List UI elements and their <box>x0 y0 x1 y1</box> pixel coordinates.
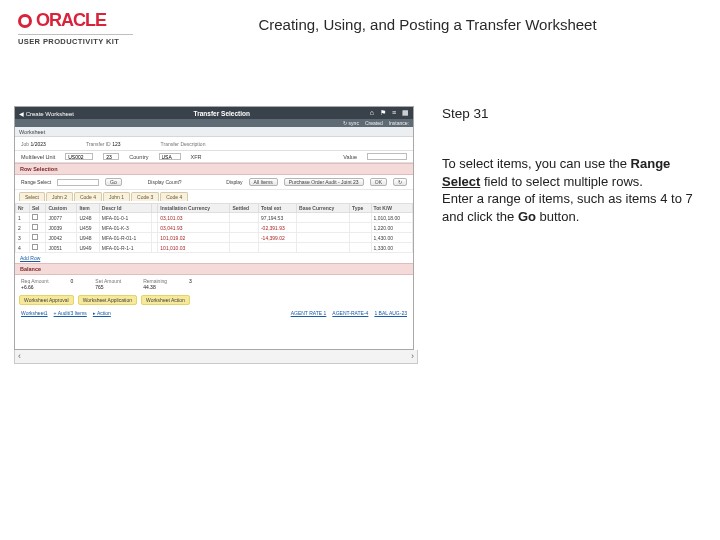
footer-agent-2: AGENT-RATE-4 <box>332 310 368 316</box>
footer-links: Worksheet1 + Audit/3 Items ▸ Action AGEN… <box>15 307 413 319</box>
row-selection-bar: Range Select Go Display Count? Display A… <box>15 175 413 190</box>
col-totkw[interactable]: Tot K/W <box>371 204 412 213</box>
subbar-instance: Instance: <box>389 120 409 126</box>
req-amount-value: +6.66 <box>21 284 49 290</box>
link-audit-items[interactable]: + Audit/3 Items <box>54 310 87 316</box>
range-select-input[interactable] <box>57 179 99 186</box>
value-label: Value <box>343 154 357 160</box>
tab-6[interactable]: Code 4 <box>160 192 188 201</box>
home-icon[interactable]: ⌂ <box>370 109 374 117</box>
display-count-label: Display Count? <box>148 179 182 185</box>
row-checkbox[interactable] <box>32 244 38 250</box>
col-blank <box>151 204 158 213</box>
table-row[interactable]: 4 J0051 U949 MFA-01-R-1-1 101,010.03 1,3… <box>16 243 413 253</box>
balance-title: Balance <box>15 263 413 275</box>
brand-block: ORACLE USER PRODUCTIVITY KIT <box>18 10 133 46</box>
link-worksheet1[interactable]: Worksheet1 <box>21 310 48 316</box>
grid-icon[interactable]: ▦ <box>402 109 409 117</box>
footer-bal: 1 BAL AUG-23 <box>374 310 407 316</box>
tab-4[interactable]: John 1 <box>103 192 130 201</box>
totals-row: Req Amount+6.66 0 Set Amount765 Remainin… <box>15 275 413 293</box>
flag-icon[interactable]: ⚑ <box>380 109 386 117</box>
info-row-2: Multilevel Unit Country XFR Value <box>15 151 413 163</box>
back-link[interactable]: ◀ Create Worksheet <box>19 110 74 117</box>
screen-title: Transfer Selection <box>194 110 250 117</box>
worksheet-approval-button[interactable]: Worksheet Approval <box>19 295 74 305</box>
transfer-id-label: Transfer ID <box>86 141 111 147</box>
col-nr[interactable]: Nr <box>16 204 30 213</box>
tab-1[interactable]: Select <box>19 192 45 201</box>
subbar-created: Created <box>365 120 383 126</box>
tab-strip: Select John 2 Code 4 John 1 Code 3 Code … <box>15 190 413 203</box>
oracle-logo: ORACLE <box>18 10 106 31</box>
add-row-link[interactable]: Add Row <box>20 255 40 261</box>
country-input[interactable] <box>159 153 181 160</box>
col-settled[interactable]: Settled <box>230 204 259 213</box>
data-grid: Nr Sel Custom Item Descr Id Installation… <box>15 203 413 253</box>
count-value: 3 <box>189 278 192 284</box>
col-custom[interactable]: Custom <box>46 204 77 213</box>
mu-input-1[interactable] <box>65 153 93 160</box>
breadcrumb-item[interactable]: Worksheet <box>19 129 45 135</box>
col-descr[interactable]: Descr Id <box>99 204 151 213</box>
scroll-right-icon[interactable]: › <box>411 352 414 361</box>
go-button[interactable]: Go <box>105 178 122 186</box>
tab-2[interactable]: John 2 <box>46 192 73 201</box>
value-input[interactable] <box>367 153 407 160</box>
screenshot-panel: ◀ Create Worksheet Transfer Selection ⌂ … <box>14 106 414 350</box>
col-type[interactable]: Type <box>350 204 371 213</box>
row-selection-title: Row Selection <box>15 163 413 175</box>
add-row-area: Add Row <box>15 253 413 263</box>
mu-input-2[interactable] <box>103 153 119 160</box>
items-count: 0 <box>71 278 74 284</box>
refresh-button[interactable]: ↻ <box>393 178 407 186</box>
col-totext[interactable]: Total ext <box>258 204 296 213</box>
oracle-wordmark: ORACLE <box>36 10 106 31</box>
set-amount-value: 765 <box>95 284 121 290</box>
row-checkbox[interactable] <box>32 224 38 230</box>
country-label: Country <box>129 154 148 160</box>
display-dropdown[interactable]: All Items <box>249 178 278 186</box>
row-checkbox[interactable] <box>32 214 38 220</box>
col-sel[interactable]: Sel <box>29 204 45 213</box>
upk-subbrand: USER PRODUCTIVITY KIT <box>18 34 133 46</box>
footer-agent-1: AGENT RATE 1 <box>291 310 327 316</box>
tab-5[interactable]: Code 3 <box>131 192 159 201</box>
col-inst-curr[interactable]: Installation Currency <box>158 204 230 213</box>
row-checkbox[interactable] <box>32 234 38 240</box>
col-item[interactable]: Item <box>77 204 99 213</box>
page-title: Creating, Using, and Posting a Transfer … <box>133 10 702 33</box>
table-row[interactable]: 2 J0039 U459 MFA-01-K-3 03,041.93 -02,39… <box>16 223 413 233</box>
info-row-1: Job 1/2023 Transfer ID 123 Transfer Desc… <box>15 137 413 151</box>
worksheet-action-button[interactable]: Worksheet Action <box>141 295 190 305</box>
range-select-label: Range Select <box>21 179 51 185</box>
remaining-value: 44.38 <box>143 284 167 290</box>
worksheet-application-button[interactable]: Worksheet Application <box>78 295 137 305</box>
link-action[interactable]: ▸ Action <box>93 310 111 316</box>
instruction-text: To select items, you can use the Range S… <box>442 155 706 225</box>
scroll-left-icon[interactable]: ‹ <box>18 352 21 361</box>
menu-icon[interactable]: ≡ <box>392 109 396 117</box>
transfer-desc-label: Transfer Description <box>161 141 206 147</box>
job-label: Job <box>21 141 29 147</box>
mu-label: Multilevel Unit <box>21 154 55 160</box>
app-topbar: ◀ Create Worksheet Transfer Selection ⌂ … <box>15 107 413 119</box>
app-subbar: ↻ sync Created Instance: <box>15 119 413 127</box>
breadcrumb: Worksheet <box>15 127 413 137</box>
horizontal-scrollbar[interactable]: ‹ › <box>14 350 418 364</box>
table-row[interactable]: 1 J0077 U248 MFA-01-0-1 03,101.03 97,194… <box>16 213 413 223</box>
xfr-text: XFR <box>191 154 202 160</box>
subbar-sync[interactable]: ↻ sync <box>343 120 359 126</box>
step-label: Step 31 <box>442 106 706 121</box>
tab-3[interactable]: Code 4 <box>74 192 102 201</box>
transfer-id-value: 123 <box>112 141 120 147</box>
grid-header-row: Nr Sel Custom Item Descr Id Installation… <box>16 204 413 213</box>
action-buttons-row: Worksheet Approval Worksheet Application… <box>15 293 413 307</box>
oracle-dot-icon <box>18 14 32 28</box>
display-label: Display <box>226 179 242 185</box>
job-value: 1/2023 <box>31 141 46 147</box>
col-base-curr[interactable]: Base Currency <box>297 204 350 213</box>
audit-dropdown[interactable]: Purchase Order Audit - Joint 23 <box>284 178 364 186</box>
ok-button[interactable]: OK <box>370 178 387 186</box>
table-row[interactable]: 3 J0042 U948 MFA-01-R-01-1 101,019.02 -1… <box>16 233 413 243</box>
